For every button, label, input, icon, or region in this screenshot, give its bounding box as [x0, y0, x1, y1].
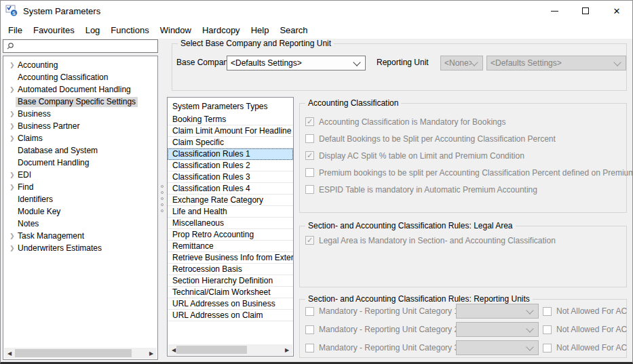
sidebar-item-task-management[interactable]: ❯Task Management [3, 230, 157, 242]
checkbox-not-allowed-for-ac-2[interactable]: ✓ [543, 325, 552, 334]
list-item[interactable]: Life and Health [168, 206, 293, 218]
list-item[interactable]: URL Addresses on Claim [168, 310, 293, 321]
chevron-right-icon[interactable]: ❯ [3, 169, 16, 181]
list-item[interactable]: Exchange Rate Category [168, 195, 293, 206]
reporting-unit-label: Reporting Unit [377, 58, 429, 67]
list-item[interactable]: Claim Specific [168, 137, 293, 148]
sidebar-item-database-and-system[interactable]: ❯Database and System [3, 144, 157, 157]
sidebar-item-base-company-specific-settings[interactable]: ❯Base Company Specific Settings [3, 96, 157, 108]
reporting-unit-row-1: ✓ Mandatory - Reporting Unit Category 1 … [305, 304, 624, 319]
scrollbar-thumb[interactable] [176, 346, 247, 354]
sidebar-item-accounting-classification[interactable]: ❯Accounting Classification [3, 71, 157, 83]
scroll-left-icon[interactable]: ◀ [4, 350, 15, 357]
close-button[interactable]: ✕ [601, 1, 632, 21]
chevron-right-icon[interactable]: ❯ [3, 242, 16, 254]
reporting-unit-row-2: ✓ Mandatory - Reporting Unit Category 2 … [305, 322, 624, 337]
sidebar-item-accounting[interactable]: ❯Accounting [3, 59, 157, 71]
list-item[interactable]: Classification Rules 4 [168, 183, 293, 195]
chevron-right-icon[interactable]: ❯ [3, 108, 16, 120]
menu-window[interactable]: Window [155, 23, 197, 37]
menu-log[interactable]: Log [80, 23, 106, 37]
checkbox-mandatory-category-2[interactable]: ✓ [305, 325, 314, 334]
list-item[interactable]: Section Hierarchy Definition [168, 275, 293, 287]
checkbox-mandatory-category-1[interactable]: ✓ [305, 307, 314, 316]
checkbox-display-ac-split[interactable]: ✓ [305, 151, 314, 160]
minimize-button[interactable] [539, 1, 570, 21]
list-item[interactable]: Classification Rules 3 [168, 171, 293, 183]
chevron-right-icon[interactable]: ❯ [3, 181, 16, 193]
list-item[interactable]: Miscellaneous [168, 218, 293, 229]
checkbox-not-allowed-for-ac-1[interactable]: ✓ [543, 307, 552, 316]
chevron-right-icon[interactable]: ❯ [3, 132, 16, 144]
checkbox-ac-mandatory[interactable]: ✓ [305, 117, 314, 126]
list-item[interactable]: Claim Limit Amount For Headline Loss [168, 125, 293, 137]
sidebar-item-find[interactable]: ❯Find [3, 181, 157, 193]
category-3-dropdown[interactable] [456, 340, 539, 355]
reporting-unit-none-dropdown[interactable]: <None> [440, 56, 483, 70]
reporting-units-groupbox: Section- and Accounting Classification R… [299, 299, 627, 358]
groupbox-title: Accounting Classification [305, 98, 401, 108]
chevron-right-icon[interactable]: ❯ [3, 120, 16, 132]
list-header: System Parameters Types [168, 98, 293, 114]
splitter-handle[interactable] [158, 38, 167, 360]
chevron-right-icon[interactable]: ❯ [3, 59, 16, 71]
maximize-button[interactable] [570, 1, 601, 21]
menu-search[interactable]: Search [274, 23, 313, 37]
reporting-unit-row-3: ✓ Mandatory - Reporting Unit Category 3 … [305, 340, 624, 355]
list-item[interactable]: Remittance [168, 241, 293, 252]
list-item[interactable]: Booking Terms [168, 114, 293, 125]
menu-help[interactable]: Help [246, 23, 275, 37]
base-company-dropdown[interactable]: <Defaults Settings> [227, 56, 366, 70]
list-horizontal-scrollbar[interactable]: ◀ ▶ [168, 344, 292, 355]
list-item[interactable]: Retrieve Business Info from External [168, 252, 293, 264]
chevron-right-icon[interactable]: ❯ [3, 230, 16, 242]
checkbox-mandatory-category-3[interactable]: ✓ [305, 344, 314, 352]
menu-functions[interactable]: Functions [105, 23, 154, 37]
title-bar: S System Parameters ✕ [1, 1, 632, 21]
scroll-right-icon[interactable]: ▶ [282, 347, 292, 353]
sidebar-item-claims[interactable]: ❯Claims [3, 132, 157, 144]
scrollbar-thumb[interactable] [15, 349, 132, 357]
scroll-right-icon[interactable]: ▶ [146, 350, 157, 357]
sidebar-horizontal-scrollbar[interactable]: ◀ ▶ [4, 348, 157, 359]
checkbox-premium-bookings-split[interactable]: ✓ [305, 168, 314, 177]
checkbox-not-allowed-for-ac-3[interactable]: ✓ [543, 344, 552, 352]
list-item[interactable]: Retrocession Basis [168, 264, 293, 275]
list-item[interactable]: Technical/Claim Worksheet [168, 287, 293, 298]
checkbox-row: ✓ Display AC Split % table on Limit and … [305, 147, 626, 164]
checkbox-espid-table-mandatory[interactable]: ✓ [305, 185, 314, 194]
checkbox-legal-area-mandatory[interactable]: ✓ [305, 236, 314, 245]
sidebar-item-automated-document-handling[interactable]: ❯Automated Document Handling [3, 83, 157, 96]
checkbox-row: ✓ Legal Area is Mandatory in Section- an… [305, 232, 626, 249]
close-icon: ✕ [613, 6, 621, 16]
list-item[interactable]: Prop Retro Accounting [168, 229, 293, 241]
checkbox-row: ✓ Premium bookings to be split per Accou… [305, 164, 626, 181]
menu-hardcopy[interactable]: Hardcopy [197, 23, 246, 37]
sidebar-item-business-partner[interactable]: ❯Business Partner [3, 120, 157, 132]
category-2-dropdown[interactable] [456, 322, 539, 337]
menu-file[interactable]: File [3, 23, 28, 37]
sidebar-item-notes[interactable]: ❯Notes [3, 218, 157, 230]
list-item[interactable]: Classification Rules 2 [168, 160, 293, 171]
sidebar-item-business[interactable]: ❯Business [3, 108, 157, 120]
sidebar-item-identifiers[interactable]: ❯Identifiers [3, 193, 157, 205]
menu-favourites[interactable]: Favourites [28, 23, 80, 37]
chevron-right-icon[interactable]: ❯ [3, 83, 16, 96]
legal-area-groupbox: Section- and Accounting Classification R… [299, 226, 627, 287]
sidebar-item-edi[interactable]: ❯EDI [3, 169, 157, 181]
reporting-unit-dropdown[interactable]: <Defaults Settings> [486, 56, 626, 70]
check-icon: ✓ [307, 152, 313, 159]
chevron-down-icon [470, 58, 478, 66]
category-1-dropdown[interactable] [456, 304, 539, 319]
groupbox-title: Select Base Company and Reporting Unit [178, 39, 334, 48]
sidebar-item-document-handling[interactable]: ❯Document Handling [3, 157, 157, 169]
sidebar-item-underwriters-estimates[interactable]: ❯Underwriters Estimates [3, 242, 157, 254]
system-parameters-window: S System Parameters ✕ File Favourites Lo… [0, 0, 633, 364]
maximize-icon [582, 7, 589, 14]
search-input[interactable] [14, 41, 157, 52]
list-item-selected[interactable]: Classification Rules 1 [168, 148, 293, 160]
checkbox-default-bookings-split[interactable]: ✓ [305, 134, 314, 143]
sidebar-item-module-key[interactable]: ❯Module Key [3, 205, 157, 218]
checkbox-row: ✓ Accounting Classification is Mandatory… [305, 113, 626, 130]
list-item[interactable]: URL Addresses on Business [168, 298, 293, 310]
